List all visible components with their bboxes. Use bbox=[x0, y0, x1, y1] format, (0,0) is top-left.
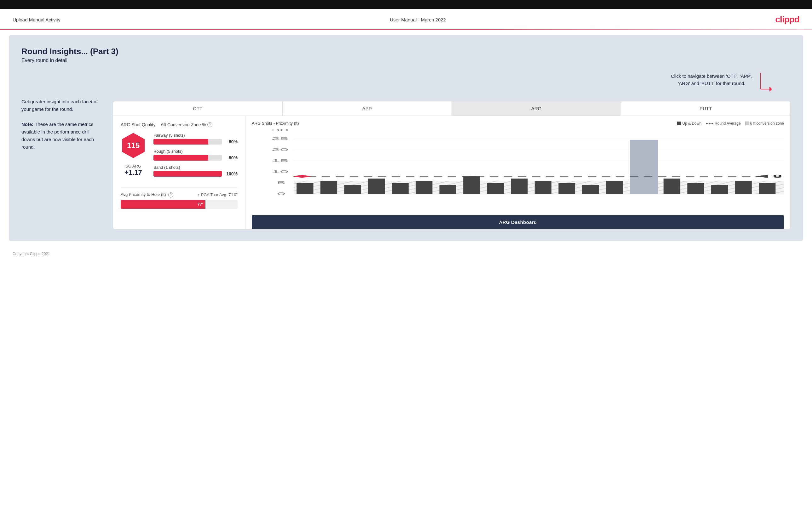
upload-manual-activity: Upload Manual Activity bbox=[13, 17, 60, 22]
note-label: Note: bbox=[21, 122, 34, 127]
bar-fill-2 bbox=[153, 171, 222, 177]
svg-rect-20 bbox=[320, 181, 337, 194]
sg-value: +1.17 bbox=[124, 168, 142, 177]
tab-app[interactable]: APP bbox=[283, 101, 452, 116]
footer: Copyright Clippd 2021 bbox=[0, 246, 812, 261]
svg-rect-21 bbox=[344, 185, 361, 194]
legend-round-avg: Round Average bbox=[706, 121, 741, 126]
svg-marker-2 bbox=[769, 87, 772, 92]
left-text1: Get greater insight into each facet of y… bbox=[21, 99, 98, 112]
svg-rect-22 bbox=[368, 178, 385, 194]
round-insights-card: OTT APP ARG PUTT ARG Shot Quality 6ft Co… bbox=[113, 101, 791, 230]
6ft-icon bbox=[745, 122, 749, 125]
card-right: ARG Shots - Proximity (ft) Up & Down Rou… bbox=[246, 116, 790, 229]
svg-rect-38 bbox=[759, 183, 775, 194]
bar-outer-0: 80% bbox=[153, 139, 238, 145]
bar-outer-1: 80% bbox=[153, 155, 238, 161]
chart-header: ARG Shots - Proximity (ft) Up & Down Rou… bbox=[252, 121, 784, 126]
section-title: Round Insights... (Part 3) bbox=[21, 47, 791, 56]
bar-track-1 bbox=[153, 155, 222, 161]
section-subtitle: Every round in detail bbox=[21, 58, 791, 63]
card-left: ARG Shot Quality 6ft Conversion Zone % ?… bbox=[113, 116, 246, 229]
svg-text:15: 15 bbox=[271, 159, 288, 163]
bar-row-0: Fairway (5 shots) 80% bbox=[153, 133, 238, 145]
arg-header: ARG Shot Quality 6ft Conversion Zone % ? bbox=[121, 122, 238, 127]
svg-rect-34 bbox=[664, 178, 680, 194]
header-center: User Manual - March 2022 bbox=[390, 17, 446, 22]
help-icon[interactable]: ? bbox=[207, 122, 212, 127]
tabs-row: OTT APP ARG PUTT bbox=[113, 101, 790, 116]
svg-text:10: 10 bbox=[271, 170, 288, 173]
bar-label-0: Fairway (5 shots) bbox=[153, 133, 238, 137]
legend-up-down-label: Up & Down bbox=[682, 121, 701, 126]
svg-rect-26 bbox=[463, 176, 480, 194]
bar-fill-1 bbox=[153, 155, 208, 161]
content-body: Get greater insight into each facet of y… bbox=[21, 73, 791, 230]
header-divider bbox=[0, 29, 812, 30]
svg-rect-35 bbox=[687, 183, 704, 194]
svg-marker-40 bbox=[294, 175, 310, 178]
card-body: ARG Shot Quality 6ft Conversion Zone % ?… bbox=[113, 116, 790, 229]
svg-text:25: 25 bbox=[271, 137, 288, 140]
right-panel: Click to navigate between 'OTT', 'APP','… bbox=[113, 73, 791, 230]
annotation-text: Click to navigate between 'OTT', 'APP','… bbox=[671, 73, 753, 87]
tab-ott[interactable]: OTT bbox=[113, 101, 283, 116]
arg-score-hexagon: 115 bbox=[121, 133, 146, 158]
legend-round-avg-label: Round Average bbox=[715, 121, 741, 126]
bar-row-1: Rough (5 shots) 80% bbox=[153, 149, 238, 161]
annotation-wrap: Click to navigate between 'OTT', 'APP','… bbox=[113, 73, 791, 98]
arg-chart-svg: 0 5 10 15 20 25 30 bbox=[252, 129, 784, 198]
svg-rect-27 bbox=[487, 183, 504, 194]
annotation-arrow-icon bbox=[758, 73, 773, 98]
bar-pct-0: 80% bbox=[224, 139, 238, 144]
sg-label: SG ARG bbox=[124, 164, 142, 168]
proximity-section: Avg Proximity to Hole (ft) ? ↑ PGA Tour … bbox=[121, 187, 238, 209]
bar-track-0 bbox=[153, 139, 222, 145]
proximity-bar-wrap: 77' bbox=[121, 200, 238, 209]
arg-shot-quality-label: ARG Shot Quality bbox=[121, 122, 156, 127]
arg-main: 115 SG ARG +1.17 Fairway (5 shots) bbox=[121, 133, 238, 181]
top-bar bbox=[0, 0, 812, 9]
bar-fill-0 bbox=[153, 139, 208, 145]
svg-marker-41 bbox=[756, 175, 767, 178]
bar-label-1: Rough (5 shots) bbox=[153, 149, 238, 154]
svg-rect-19 bbox=[297, 183, 313, 194]
copyright: Copyright Clippd 2021 bbox=[13, 251, 50, 256]
svg-text:20: 20 bbox=[271, 148, 288, 152]
bar-pct-2: 100% bbox=[224, 171, 238, 176]
main-content: Round Insights... (Part 3) Every round i… bbox=[9, 35, 803, 241]
bar-track-2 bbox=[153, 171, 222, 177]
svg-text:0: 0 bbox=[277, 192, 286, 195]
arg-dashboard-button[interactable]: ARG Dashboard bbox=[252, 215, 784, 229]
svg-rect-23 bbox=[392, 183, 408, 194]
svg-text:5: 5 bbox=[277, 181, 286, 184]
svg-rect-36 bbox=[711, 185, 728, 194]
tab-arg[interactable]: ARG bbox=[452, 101, 621, 116]
svg-text:8: 8 bbox=[773, 174, 782, 178]
hex-value: 115 bbox=[127, 141, 140, 150]
proximity-cursor bbox=[205, 200, 205, 209]
proximity-header: Avg Proximity to Hole (ft) ? ↑ PGA Tour … bbox=[121, 192, 238, 198]
sg-arg: SG ARG +1.17 bbox=[124, 164, 142, 177]
header: Upload Manual Activity User Manual - Mar… bbox=[0, 9, 812, 29]
round-avg-icon bbox=[706, 123, 713, 124]
proximity-bar-track: 77' bbox=[121, 200, 238, 209]
tab-putt[interactable]: PUTT bbox=[621, 101, 791, 116]
proximity-bar-fill: 77' bbox=[121, 200, 205, 209]
hexagon-wrap: 115 SG ARG +1.17 bbox=[121, 133, 146, 177]
svg-rect-33 bbox=[630, 140, 658, 194]
proximity-label: Avg Proximity to Hole (ft) ? bbox=[121, 192, 173, 198]
svg-rect-37 bbox=[735, 181, 752, 194]
clippd-logo: clippd bbox=[775, 14, 799, 24]
chart-title: ARG Shots - Proximity (ft) bbox=[252, 121, 299, 126]
svg-rect-25 bbox=[440, 185, 456, 194]
legend-6ft: 6 ft conversion zone bbox=[745, 121, 784, 126]
svg-text:30: 30 bbox=[271, 129, 288, 132]
svg-rect-29 bbox=[535, 181, 551, 194]
legend-up-down: Up & Down bbox=[677, 121, 701, 126]
proximity-help-icon[interactable]: ? bbox=[168, 192, 173, 198]
annotation-inner: Click to navigate between 'OTT', 'APP','… bbox=[671, 73, 773, 98]
legend-6ft-label: 6 ft conversion zone bbox=[750, 121, 784, 126]
up-down-icon bbox=[677, 122, 681, 125]
chart-area: 0 5 10 15 20 25 30 bbox=[252, 129, 784, 213]
